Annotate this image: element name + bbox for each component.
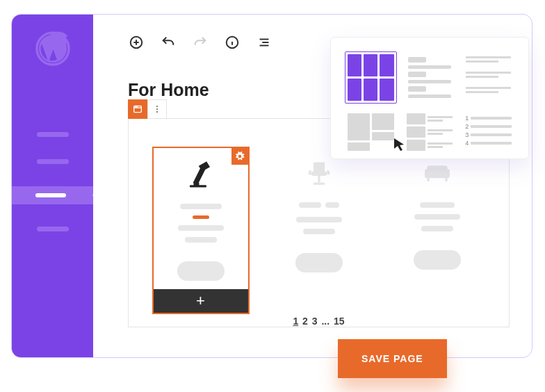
card-button[interactable]: [295, 253, 343, 272]
card-button[interactable]: [414, 250, 461, 270]
svg-point-7: [156, 108, 158, 110]
product-card-chair[interactable]: [270, 147, 368, 314]
layout-option-text[interactable]: [462, 51, 514, 104]
num-3: 3: [465, 131, 469, 138]
num-4: 4: [465, 140, 469, 147]
save-label: SAVE PAGE: [361, 353, 423, 364]
block-more-button[interactable]: [147, 99, 167, 119]
layout-picker-panel: 1 2 3 4: [330, 37, 529, 159]
layout-option-grid[interactable]: [345, 51, 397, 104]
page-last[interactable]: 15: [334, 316, 345, 327]
undo-button[interactable]: [160, 34, 177, 51]
svg-rect-16: [427, 178, 429, 181]
svg-rect-11: [311, 171, 327, 176]
pagination: 1 2 3 ... 15: [129, 316, 509, 327]
divider-accent: [193, 215, 209, 219]
layout-option-numbered[interactable]: 1 2 3 4: [462, 111, 514, 154]
sidebar-item-1[interactable]: [37, 132, 69, 137]
num-1: 1: [465, 115, 469, 122]
svg-point-4: [136, 106, 136, 107]
add-block-button[interactable]: [128, 34, 145, 51]
plus-icon: +: [196, 292, 205, 310]
page-1[interactable]: 1: [293, 316, 298, 327]
sidebar-nav: [12, 132, 93, 231]
num-2: 2: [465, 123, 469, 130]
svg-rect-15: [445, 169, 450, 178]
svg-point-8: [156, 111, 158, 113]
block-type-button[interactable]: [128, 99, 147, 119]
page-2[interactable]: 2: [302, 316, 308, 327]
page-ellipsis: ...: [321, 316, 330, 327]
layout-option-list[interactable]: [404, 51, 456, 104]
svg-point-5: [137, 106, 138, 107]
info-button[interactable]: [224, 34, 241, 51]
svg-rect-17: [445, 178, 447, 181]
redo-button[interactable]: [192, 34, 209, 51]
card-settings-button[interactable]: [231, 148, 248, 165]
block-toolbar: [128, 99, 167, 119]
outline-button[interactable]: [256, 34, 272, 51]
svg-point-6: [156, 106, 158, 107]
sidebar-item-4[interactable]: [37, 227, 69, 231]
sidebar-item-active[interactable]: [12, 186, 93, 204]
page-3[interactable]: 3: [312, 316, 318, 327]
sidebar-item-2[interactable]: [37, 159, 69, 164]
cursor-icon: [393, 137, 407, 152]
product-card-sofa[interactable]: [389, 147, 486, 314]
add-item-button[interactable]: +: [154, 289, 248, 313]
product-card-lamp[interactable]: +: [152, 147, 250, 314]
svg-rect-14: [425, 169, 430, 178]
sidebar: [12, 15, 93, 357]
wordpress-logo-icon: [35, 31, 70, 66]
svg-rect-10: [189, 185, 206, 187]
save-page-button[interactable]: SAVE PAGE: [338, 339, 447, 378]
layout-option-image-text[interactable]: [404, 111, 456, 154]
card-button[interactable]: [177, 261, 225, 281]
layout-option-masonry[interactable]: [345, 111, 397, 154]
